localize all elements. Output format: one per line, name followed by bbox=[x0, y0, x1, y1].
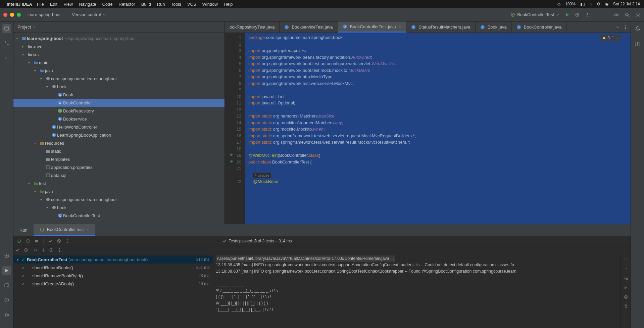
toggle-passed-button[interactable] bbox=[48, 239, 53, 243]
tree-row[interactable]: CBookservice bbox=[13, 115, 225, 123]
tree-row[interactable]: ▾learn-spring-boot~/springworkspace/lear… bbox=[13, 34, 225, 42]
tree-row[interactable]: ▾com.springcourse.learnspringboot bbox=[13, 195, 225, 203]
search-icon[interactable] bbox=[625, 12, 630, 17]
inspection-badge[interactable]: 3 ⌃⌄ bbox=[600, 35, 621, 41]
window-close-button[interactable] bbox=[3, 13, 7, 17]
tree-row[interactable]: ▾book bbox=[13, 203, 225, 212]
close-icon[interactable]: × bbox=[87, 227, 89, 232]
macos-menu-item[interactable]: Code bbox=[102, 2, 112, 7]
datetime[interactable]: Sat 22 Jul 3 14 bbox=[613, 2, 640, 6]
editor-tab[interactable]: JStatusResultMatchers.java bbox=[406, 21, 476, 33]
tree-row[interactable]: ▾main bbox=[13, 58, 225, 66]
run-tab-label[interactable]: Run bbox=[13, 224, 34, 236]
tree-row[interactable]: CLearnSpringBootApplication bbox=[13, 131, 225, 139]
more-run-options[interactable] bbox=[65, 239, 70, 243]
more-actions-button[interactable] bbox=[585, 12, 590, 17]
structure-tool-button[interactable] bbox=[2, 39, 11, 48]
macos-menu-item[interactable]: File bbox=[37, 2, 44, 7]
spotlight-icon[interactable]: ⌕ bbox=[590, 2, 592, 6]
check-toggle[interactable] bbox=[15, 248, 20, 252]
services-tool-button[interactable] bbox=[2, 251, 11, 260]
tree-row[interactable]: ▾java bbox=[13, 187, 225, 195]
scroll-to-end-icon[interactable] bbox=[624, 285, 628, 290]
tree-row[interactable]: CBookController bbox=[13, 99, 225, 107]
test-row[interactable]: ✓shouldReturnBooks()251 ms bbox=[13, 264, 213, 272]
terminal-tool-button[interactable] bbox=[2, 281, 11, 290]
scroll-up-icon[interactable] bbox=[624, 257, 628, 262]
tree-row[interactable]: CBook bbox=[13, 91, 225, 99]
macos-menu-item[interactable]: Build bbox=[141, 2, 151, 7]
debug-button[interactable] bbox=[575, 12, 580, 17]
editor-tab[interactable]: JBookserviceTest.java bbox=[280, 21, 338, 33]
editor-tab[interactable]: JBookControllerTest.java× bbox=[338, 21, 406, 33]
editor-tab[interactable]: JBookController.java bbox=[512, 21, 567, 33]
window-maximize-button[interactable] bbox=[17, 13, 21, 17]
tabs-dropdown-icon[interactable] bbox=[616, 25, 620, 29]
tree-row[interactable]: ▾test bbox=[13, 179, 225, 187]
clear-icon[interactable] bbox=[624, 304, 628, 309]
tree-row[interactable]: ▾java bbox=[13, 66, 225, 75]
close-icon[interactable]: × bbox=[399, 24, 401, 29]
macos-menu-item[interactable]: Navigate bbox=[79, 2, 96, 7]
tree-row[interactable]: ▸.mvn bbox=[13, 42, 225, 50]
tree-row[interactable]: application.properties bbox=[13, 163, 225, 171]
code-with-me-icon[interactable] bbox=[614, 12, 619, 17]
macos-menu-item[interactable]: Tools bbox=[171, 2, 181, 7]
editor-tab[interactable]: ookRepositoryTest.java bbox=[225, 21, 280, 33]
rerun-button[interactable] bbox=[17, 239, 21, 243]
editor-gutter[interactable]: 12345678910111213141516171819202122 bbox=[225, 33, 245, 224]
tree-row[interactable]: ▾src bbox=[13, 50, 225, 58]
tree-row[interactable]: data.sql bbox=[13, 171, 225, 179]
macos-menu-item[interactable]: Refactor bbox=[119, 2, 135, 7]
macos-menu-item[interactable]: Edit bbox=[50, 2, 57, 7]
expand-button[interactable] bbox=[41, 248, 46, 252]
test-row[interactable]: ▾✓BookControllerTest (com.springcourse.l… bbox=[13, 255, 213, 264]
print-icon[interactable] bbox=[624, 294, 628, 299]
editor-tab[interactable]: JBook.java bbox=[476, 21, 512, 33]
tree-row[interactable]: templates bbox=[13, 155, 225, 163]
git-tool-button[interactable] bbox=[2, 311, 11, 319]
vcs-crumb[interactable]: Version control bbox=[72, 12, 106, 17]
macos-menu-item[interactable]: VCS bbox=[187, 2, 196, 7]
test-row[interactable]: ✓shouldCreateABook()40 ms bbox=[13, 280, 213, 288]
tree-row[interactable]: static bbox=[13, 147, 225, 155]
battery-icon[interactable]: ▮▯ bbox=[580, 2, 585, 6]
sort-button[interactable] bbox=[33, 248, 38, 252]
filter-toggle[interactable] bbox=[23, 248, 28, 252]
rerun-failed-button[interactable] bbox=[26, 239, 30, 243]
app-name[interactable]: IntelliJ IDEA bbox=[7, 2, 32, 7]
tree-row[interactable]: ▾resources bbox=[13, 139, 225, 147]
user-icon[interactable]: ◉ bbox=[605, 2, 608, 6]
tree-row[interactable]: CBookControllerTest bbox=[13, 212, 225, 220]
project-crumb[interactable]: learn-spring-boot bbox=[28, 12, 66, 17]
menu-icon[interactable]: ◇ bbox=[557, 2, 560, 6]
more-tool-button[interactable] bbox=[2, 54, 11, 62]
control-center-icon[interactable]: ⚙ bbox=[597, 2, 600, 6]
macos-menu-item[interactable]: Run bbox=[157, 2, 165, 7]
tree-row[interactable]: ▾book bbox=[13, 83, 225, 91]
run-button[interactable] bbox=[565, 12, 569, 17]
window-minimize-button[interactable] bbox=[10, 13, 14, 17]
test-row[interactable]: ✓shouldRemoveBookById()23 ms bbox=[13, 272, 213, 280]
macos-menu-item[interactable]: View bbox=[63, 2, 73, 7]
maven-button[interactable]: m bbox=[633, 39, 642, 48]
run-config-selector[interactable]: BookControllerTest bbox=[510, 12, 559, 17]
test-tree[interactable]: ▾✓BookControllerTest (com.springcourse.l… bbox=[13, 254, 213, 328]
tree-row[interactable]: ▾com.springcourse.learnspringboot bbox=[13, 75, 225, 83]
chevron-down-icon[interactable] bbox=[33, 26, 36, 29]
stop-button[interactable] bbox=[34, 239, 39, 243]
tree-row[interactable]: CHelloWorldController bbox=[13, 123, 225, 131]
run-tab-config[interactable]: BookControllerTest × bbox=[34, 224, 95, 236]
console-output[interactable]: /Users/puneethsai/Library/Java/JavaVirtu… bbox=[213, 254, 621, 328]
tree-row[interactable]: IBookRepository bbox=[13, 107, 225, 115]
macos-menu-item[interactable]: Help bbox=[224, 2, 233, 7]
settings-icon[interactable] bbox=[635, 12, 641, 17]
problems-tool-button[interactable] bbox=[2, 296, 11, 304]
macos-menu-item[interactable]: Window bbox=[202, 2, 218, 7]
run-tool-button[interactable] bbox=[2, 266, 11, 275]
scroll-down-icon[interactable] bbox=[624, 266, 628, 271]
project-tool-button[interactable] bbox=[2, 24, 11, 33]
notifications-button[interactable] bbox=[633, 24, 642, 33]
history-button[interactable] bbox=[49, 248, 54, 252]
project-tree[interactable]: ▾learn-spring-boot~/springworkspace/lear… bbox=[13, 33, 225, 224]
